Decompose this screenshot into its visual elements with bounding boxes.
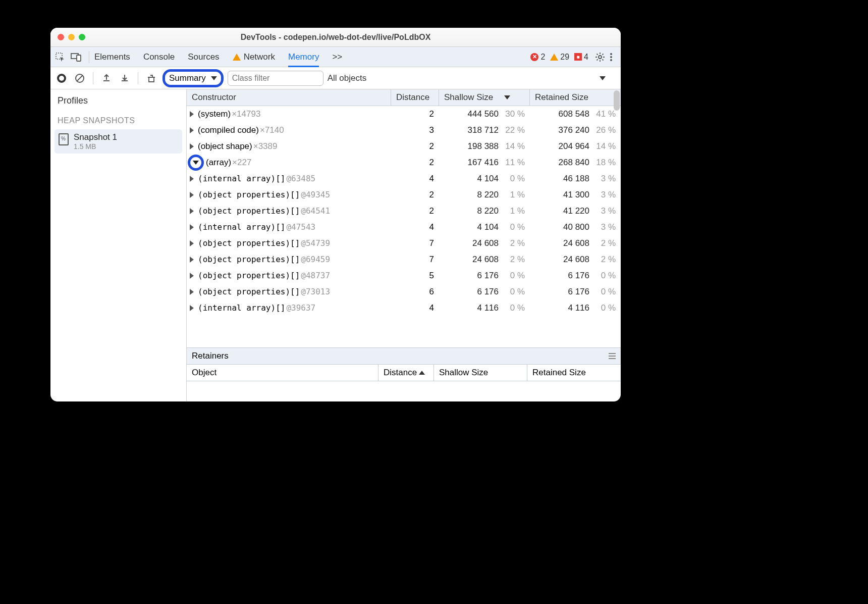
issues-badge[interactable]: ■4 <box>574 53 588 62</box>
retainers-col-object[interactable]: Object <box>187 365 378 381</box>
row-shallow: 318 71222 % <box>439 125 530 135</box>
separator <box>89 51 89 63</box>
export-button[interactable] <box>99 71 114 85</box>
row-object-id: @73013 <box>301 287 330 296</box>
table-row[interactable]: (object properties)[] @4873756 1760 %6 1… <box>187 268 621 284</box>
table-header: Constructor Distance Shallow Size Retain… <box>187 89 621 106</box>
disclosure-icon[interactable] <box>190 127 194 133</box>
gear-icon[interactable] <box>594 52 606 62</box>
table-row[interactable]: (system) ×147932444 56030 %608 54841 % <box>187 106 621 122</box>
row-name: (compiled code) <box>198 125 259 135</box>
col-shallow[interactable]: Shallow Size <box>439 89 530 106</box>
table-row[interactable]: (object properties)[] @54739724 6082 %24… <box>187 235 621 251</box>
row-shallow: 24 6082 % <box>439 255 530 265</box>
zoom-icon[interactable] <box>79 34 85 40</box>
separator <box>93 72 93 84</box>
snapshot-group-label: HEAP SNAPSHOTS <box>58 116 179 125</box>
warnings-badge[interactable]: 29 <box>550 53 569 62</box>
disclosure-icon[interactable] <box>190 273 194 279</box>
disclosure-icon[interactable] <box>190 305 194 311</box>
error-icon: ✕ <box>530 53 538 61</box>
row-distance: 3 <box>391 125 439 135</box>
row-count: ×227 <box>232 158 251 168</box>
row-distance: 4 <box>391 222 439 232</box>
inspect-icon[interactable] <box>55 52 66 63</box>
table-row[interactable]: (object shape) ×33892198 38814 %204 9641… <box>187 138 621 155</box>
row-distance: 2 <box>391 109 439 119</box>
gc-button[interactable] <box>144 71 158 85</box>
tab-elements[interactable]: Elements <box>94 52 130 62</box>
snapshot-item[interactable]: Snapshot 1 1.5 MB <box>55 129 182 154</box>
perspective-dropdown[interactable]: Summary <box>162 69 224 87</box>
snapshot-size: 1.5 MB <box>74 142 117 150</box>
row-object-id: @64541 <box>301 206 330 216</box>
retainers-col-distance[interactable]: Distance <box>378 365 434 381</box>
table-row[interactable]: (object properties)[] @69459724 6082 %24… <box>187 251 621 268</box>
row-retained: 6 1760 % <box>530 287 621 297</box>
row-distance: 2 <box>391 158 439 168</box>
table-row[interactable]: (object properties)[] @4934528 2201 %41 … <box>187 187 621 203</box>
window-title: DevTools - codepen.io/web-dot-dev/live/P… <box>50 33 621 42</box>
row-object-id: @39637 <box>286 303 315 313</box>
table-row[interactable]: (compiled code) ×71403318 71222 %376 240… <box>187 122 621 138</box>
disclosure-icon[interactable] <box>190 192 194 198</box>
row-retained: 4 1160 % <box>530 303 621 313</box>
disclosure-icon[interactable] <box>193 161 199 165</box>
row-shallow: 6 1760 % <box>439 287 530 297</box>
disclosure-icon[interactable] <box>190 208 194 214</box>
col-retained[interactable]: Retained Size <box>530 89 621 106</box>
row-shallow: 4 1160 % <box>439 303 530 313</box>
table-row[interactable]: (object properties)[] @6454128 2201 %41 … <box>187 203 621 219</box>
disclosure-icon[interactable] <box>190 176 194 182</box>
class-filter-input[interactable] <box>228 71 323 86</box>
chevron-down-icon[interactable] <box>600 76 606 80</box>
disclosure-icon[interactable] <box>190 240 194 246</box>
tab-network[interactable]: Network <box>233 52 275 62</box>
row-retained: 41 2203 % <box>530 206 621 216</box>
disclosure-icon[interactable] <box>190 224 194 230</box>
retainers-col-shallow[interactable]: Shallow Size <box>434 365 527 381</box>
retainers-empty <box>187 381 621 401</box>
minimize-icon[interactable] <box>68 34 75 40</box>
disclosure-icon[interactable] <box>190 257 194 263</box>
row-shallow: 198 38814 % <box>439 141 530 152</box>
scope-dropdown[interactable]: All objects <box>328 73 366 83</box>
tab-console[interactable]: Console <box>143 52 175 62</box>
table-row[interactable]: (internal array)[] @3963744 1160 %4 1160… <box>187 300 621 316</box>
tabs-overflow[interactable]: >> <box>332 52 342 62</box>
retainers-col-distance-label: Distance <box>384 368 417 378</box>
device-toggle-icon[interactable] <box>71 52 82 63</box>
row-shallow: 6 1760 % <box>439 271 530 281</box>
record-button[interactable] <box>55 71 69 85</box>
table-row[interactable]: (internal array)[] @6348544 1040 %46 188… <box>187 171 621 187</box>
kebab-icon[interactable] <box>606 53 617 62</box>
scrollbar-thumb[interactable] <box>614 90 620 111</box>
retainers-title: Retainers <box>192 351 229 361</box>
import-button[interactable] <box>118 71 132 85</box>
table-row[interactable]: (object properties)[] @7301366 1760 %6 1… <box>187 284 621 300</box>
table-row[interactable]: (internal array)[] @4754344 1040 %40 800… <box>187 219 621 235</box>
errors-badge[interactable]: ✕2 <box>530 53 545 62</box>
row-count: ×3389 <box>253 141 278 152</box>
tab-sources[interactable]: Sources <box>188 52 219 62</box>
table-row[interactable]: (array) ×2272167 41611 %268 84018 % <box>187 155 621 171</box>
row-distance: 6 <box>391 287 439 297</box>
clear-button[interactable] <box>73 71 87 85</box>
retainers-col-retained[interactable]: Retained Size <box>527 365 621 381</box>
row-name: (system) <box>198 109 231 119</box>
row-name: (object properties)[] <box>198 287 300 296</box>
row-shallow: 24 6082 % <box>439 238 530 248</box>
row-retained: 24 6082 % <box>530 255 621 265</box>
disclosure-icon[interactable] <box>190 143 194 149</box>
col-constructor[interactable]: Constructor <box>187 89 391 106</box>
row-count: ×14793 <box>232 109 260 119</box>
menu-icon[interactable] <box>609 353 616 359</box>
retainers-columns: Object Distance Shallow Size Retained Si… <box>187 365 621 381</box>
close-icon[interactable] <box>58 34 64 40</box>
col-distance[interactable]: Distance <box>391 89 439 106</box>
disclosure-icon[interactable] <box>190 289 194 295</box>
disclosure-icon[interactable] <box>190 111 194 117</box>
tab-memory[interactable]: Memory <box>288 52 319 67</box>
titlebar: DevTools - codepen.io/web-dot-dev/live/P… <box>50 28 621 47</box>
row-shallow: 8 2201 % <box>439 206 530 216</box>
